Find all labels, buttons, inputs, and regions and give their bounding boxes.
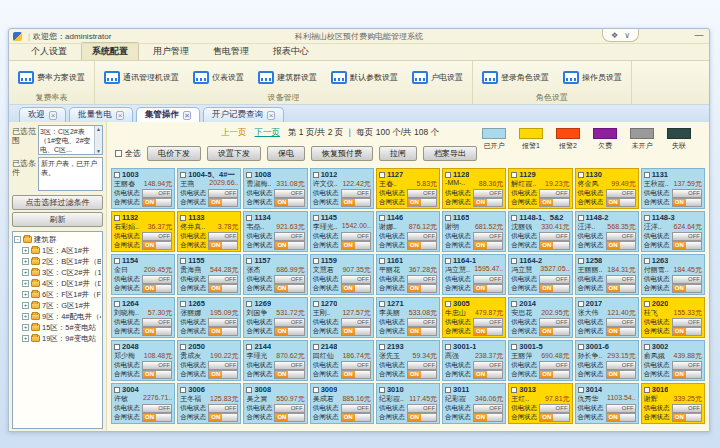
meter-card[interactable]: 1157张杰686.99元供电状态OFF合闸状态ON [243, 254, 307, 295]
supply-status-bar[interactable]: OFF [274, 404, 304, 413]
supply-status-bar[interactable]: OFF [341, 189, 371, 198]
expand-icon[interactable]: + [22, 291, 29, 298]
gate-status-bar[interactable]: ON [208, 413, 238, 422]
meter-card[interactable]: 3001-6孙长争..293.15元供电状态OFF合闸状态ON [575, 340, 639, 381]
card-checkbox[interactable] [313, 258, 319, 264]
gate-status-bar[interactable]: ON [274, 413, 304, 422]
tree-item[interactable]: +19区：9#变电站（2... [14, 333, 101, 344]
action-button[interactable]: 档案导出 [423, 146, 477, 161]
supply-status-bar[interactable]: OFF [142, 232, 172, 241]
supply-status-bar[interactable]: OFF [539, 404, 569, 413]
card-checkbox[interactable] [246, 301, 252, 307]
ribbon-button[interactable]: 费率方案设置 [15, 69, 88, 86]
action-button[interactable]: 电价下发 [147, 146, 201, 161]
supply-status-bar[interactable]: OFF [606, 275, 636, 284]
menu-item[interactable]: 用户管理 [143, 43, 199, 60]
supply-status-bar[interactable]: OFF [473, 404, 503, 413]
meter-card[interactable]: 3006王冬福125.83元供电状态OFF合闸状态ON [177, 383, 241, 424]
select-all[interactable]: 全选 [115, 148, 141, 159]
supply-status-bar[interactable]: OFF [672, 361, 702, 370]
supply-status-bar[interactable]: OFF [672, 232, 702, 241]
gate-status-bar[interactable]: ON [473, 413, 503, 422]
gate-status-bar[interactable]: ON [539, 198, 569, 207]
gate-status-bar[interactable]: ON [208, 327, 238, 336]
supply-status-bar[interactable]: OFF [274, 189, 304, 198]
gate-status-bar[interactable]: ON [407, 413, 437, 422]
card-checkbox[interactable] [445, 301, 451, 307]
gate-status-bar[interactable]: ON [672, 241, 702, 250]
supply-status-bar[interactable]: OFF [407, 275, 437, 284]
card-checkbox[interactable] [180, 301, 186, 307]
card-checkbox[interactable] [644, 387, 650, 393]
card-checkbox[interactable] [445, 215, 451, 221]
meter-card[interactable]: 3010纪彩霞..117.45元供电状态OFF合闸状态ON [376, 383, 440, 424]
ribbon-button[interactable]: 户电设置 [409, 69, 466, 86]
card-checkbox[interactable] [114, 387, 120, 393]
meter-card[interactable]: 3001-5王丽萍690.48元供电状态OFF合闸状态ON [508, 340, 572, 381]
gate-status-bar[interactable]: ON [539, 370, 569, 379]
meter-card[interactable]: 3001-1高强238.37元供电状态OFF合闸状态ON [442, 340, 506, 381]
meter-card[interactable]: 2017张大伟121.40元供电状态OFF合闸状态ON [575, 297, 639, 338]
meter-card[interactable]: 1146谢娜..876.12元供电状态OFF合闸状态ON [376, 211, 440, 252]
meter-card[interactable]: 1133佟井真..3.78元供电状态OFF合闸状态ON [177, 211, 241, 252]
meter-card[interactable]: 1154金日209.45元供电状态OFF合闸状态ON [111, 254, 175, 295]
chevron-down-icon[interactable]: ∨ [624, 31, 630, 40]
meter-card[interactable]: 3005牛忠山479.87元供电状态OFF合闸状态ON [442, 297, 506, 338]
menu-item[interactable]: 个人设置 [21, 43, 77, 60]
ribbon-button[interactable]: 登录角色设置 [479, 69, 552, 86]
gate-status-bar[interactable]: ON [341, 413, 371, 422]
card-checkbox[interactable] [246, 344, 252, 350]
gate-status-bar[interactable]: ON [341, 284, 371, 293]
meter-card[interactable]: 1265张丽娜195.09元供电状态OFF合闸状态ON [177, 297, 241, 338]
card-checkbox[interactable] [445, 344, 451, 350]
gate-status-bar[interactable]: ON [208, 198, 238, 207]
supply-status-bar[interactable]: OFF [672, 404, 702, 413]
supply-status-bar[interactable]: OFF [539, 361, 569, 370]
card-checkbox[interactable] [379, 301, 385, 307]
meter-card[interactable]: 1263付丽雪..184.45元供电状态OFF合闸状态ON [641, 254, 705, 295]
card-checkbox[interactable] [180, 215, 186, 221]
minimize-button[interactable]: — [693, 30, 705, 40]
meter-card[interactable]: 1128-MM-..88.36元供电状态OFF合闸状态ON [442, 168, 506, 209]
tab-欢迎[interactable]: 欢迎× [19, 107, 66, 122]
gate-status-bar[interactable]: ON [672, 370, 702, 379]
card-checkbox[interactable] [114, 172, 120, 178]
menu-item[interactable]: 系统配置 [81, 42, 139, 60]
supply-status-bar[interactable]: OFF [473, 275, 503, 284]
supply-status-bar[interactable]: OFF [473, 232, 503, 241]
card-checkbox[interactable] [379, 344, 385, 350]
supply-status-bar[interactable]: OFF [208, 275, 238, 284]
supply-status-bar[interactable]: OFF [142, 318, 172, 327]
card-checkbox[interactable] [379, 387, 385, 393]
meter-card[interactable]: 1164-1冯立慧..1595.47..供电状态OFF合闸状态ON [442, 254, 506, 295]
expand-icon[interactable]: + [22, 313, 29, 320]
meter-card[interactable]: 1269刘国争531.72元供电状态OFF合闸状态ON [243, 297, 307, 338]
gate-status-bar[interactable]: ON [341, 241, 371, 250]
meter-card[interactable]: 1148-1、5&2沈丽钱330.41元供电状态OFF合闸状态ON [508, 211, 572, 252]
supply-status-bar[interactable]: OFF [407, 232, 437, 241]
expand-icon[interactable]: + [22, 269, 29, 276]
expand-icon[interactable]: + [22, 247, 29, 254]
refresh-button[interactable]: 刷新 [12, 212, 103, 227]
card-checkbox[interactable] [246, 172, 252, 178]
meter-card[interactable]: 1008曹淑梅..331.08元供电状态OFF合闸状态ON [243, 168, 307, 209]
card-checkbox[interactable] [246, 215, 252, 221]
menu-item[interactable]: 报表中心 [263, 43, 319, 60]
supply-status-bar[interactable]: OFF [341, 275, 371, 284]
card-checkbox[interactable] [445, 258, 451, 264]
card-checkbox[interactable] [114, 215, 120, 221]
supply-status-bar[interactable]: OFF [274, 275, 304, 284]
action-button[interactable]: 保电 [267, 146, 305, 161]
tab-close-icon[interactable]: × [116, 111, 124, 120]
meter-card[interactable]: 1164-2冯立慧3527.05..供电状态OFF合闸状态ON [508, 254, 572, 295]
meter-card[interactable]: 3014仇秀华1103.54..供电状态OFF合闸状态ON [575, 383, 639, 424]
card-checkbox[interactable] [445, 172, 451, 178]
meter-card[interactable]: 1130佟金凤99.49元供电状态OFF合闸状态ON [575, 168, 639, 209]
supply-status-bar[interactable]: OFF [606, 404, 636, 413]
meter-card[interactable]: 1264刘晓梅..57.30元供电状态OFF合闸状态ON [111, 297, 175, 338]
gate-status-bar[interactable]: ON [539, 327, 569, 336]
gate-status-bar[interactable]: ON [341, 370, 371, 379]
card-checkbox[interactable] [313, 387, 319, 393]
meter-card[interactable]: 2144李瑾光870.62元供电状态OFF合闸状态ON [243, 340, 307, 381]
supply-status-bar[interactable]: OFF [274, 361, 304, 370]
